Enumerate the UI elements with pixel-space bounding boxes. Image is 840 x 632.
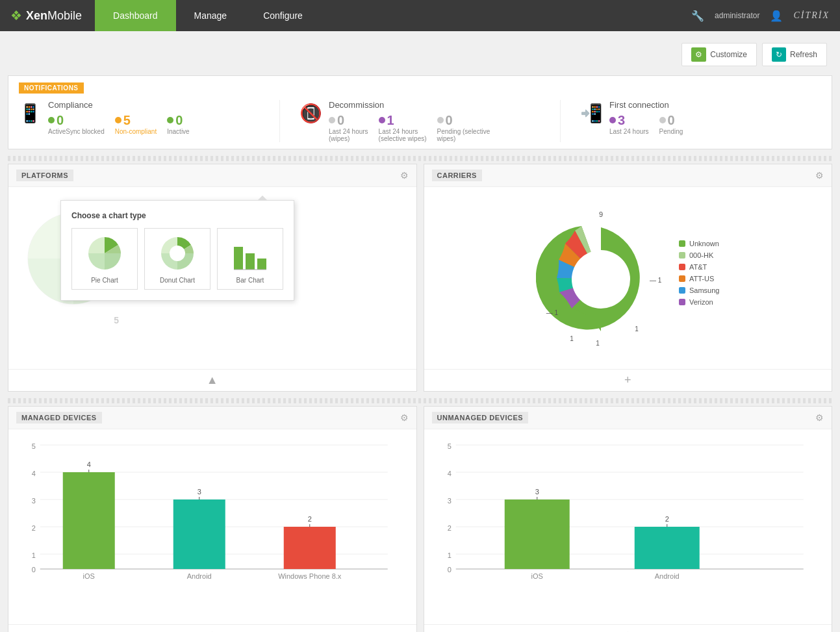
notif-compliance-content: Compliance 0 ActiveSync blocked [48,100,190,135]
compliance-item-1[interactable]: 5 Non-compliant [115,114,157,135]
dot-gray-d0 [329,117,335,123]
phone-compliance-icon: 📱 [19,103,42,124]
svg-text:2: 2 [308,515,312,523]
compliance-title: Compliance [48,100,190,110]
legend-label-unknown: Unknown [689,240,719,247]
svg-text:3: 3 [32,497,36,505]
platforms-title: PLATFORMS [16,170,73,181]
svg-text:— 1: — 1 [546,309,559,316]
dot-green-0 [48,117,55,123]
legend-label-verizon: Verizon [689,298,713,306]
chart-option-bar[interactable]: Bar Chart [217,228,283,290]
legend-dot-samsung [679,287,685,294]
managed-expand-icon[interactable]: + [209,629,216,632]
top-toolbar: ⚙ Customize ↻ Refresh [8,39,832,70]
legend-dot-verizon [679,299,685,305]
compliance-label-2: Inactive [167,128,189,135]
decommission-item-0[interactable]: 0 Last 24 hours(wipes) [329,114,368,142]
legend-item-verizon: Verizon [679,298,719,306]
legend-item-samsung: Samsung [679,286,719,294]
decommission-label-0: Last 24 hours(wipes) [329,128,368,142]
svg-text:2: 2 [447,524,451,532]
notif-first-content: First connection 3 Last 24 hours [609,100,683,135]
first-connection-item-1[interactable]: 0 Pending [659,114,683,135]
first-connection-count-0: 3 [618,114,625,127]
unmanaged-title: UNMANAGED DEVICES [432,412,529,423]
tab-dashboard[interactable]: Dashboard [95,0,176,31]
svg-point-7 [572,250,630,309]
svg-text:1: 1 [635,325,639,333]
svg-text:iOS: iOS [83,572,95,579]
platforms-panel-body: 5 Choose a chart type [8,187,416,369]
customize-icon: ⚙ [691,47,706,62]
carriers-gear-icon[interactable]: ⚙ [815,170,824,181]
notifications-label: NOTIFICATIONS [19,82,84,94]
carriers-panel-footer: + [424,369,832,391]
compliance-label-0: ActiveSync blocked [48,128,105,135]
managed-panel-footer: + [8,624,416,632]
nav-tabs: Dashboard Manage Configure [95,0,321,31]
carriers-chart-area: 9 [432,195,824,351]
svg-text:4: 4 [87,461,91,468]
refresh-button[interactable]: ↻ Refresh [762,43,827,66]
bar-chart-label: Bar Chart [236,277,264,284]
compliance-item-2[interactable]: 0 Inactive [167,114,189,135]
svg-text:— 1: — 1 [650,277,662,284]
svg-text:0: 0 [447,566,451,574]
managed-devices-panel: MANAGED DEVICES ⚙ 5 4 3 2 1 0 [8,406,417,632]
legend-item-unknown: Unknown [679,240,719,247]
decommission-items: 0 Last 24 hours(wipes) 1 Last 24 hours(s… [329,114,490,142]
unmanaged-panel-body: 5 4 3 2 1 0 3 iOS [424,429,832,624]
decommission-item-2[interactable]: 0 Pending (selectivewipes) [437,114,490,142]
svg-text:4: 4 [447,470,451,477]
svg-rect-49 [504,499,569,569]
legend-item-attus: ATT-US [679,275,719,283]
legend-label-000hk: 000-HK [689,251,713,259]
svg-rect-2 [234,247,243,270]
svg-text:3: 3 [447,497,451,505]
unmanaged-gear-icon[interactable]: ⚙ [815,412,824,423]
notif-sep-2 [560,100,561,142]
svg-text:3: 3 [535,488,539,496]
svg-text:Android: Android [654,572,679,579]
platforms-expand-icon[interactable]: ▲ [207,373,218,387]
carriers-title: CARRIERS [432,170,482,181]
decommission-count-2: 0 [446,114,453,127]
svg-text:Android: Android [187,572,212,579]
svg-text:1: 1 [570,335,574,342]
managed-gear-icon[interactable]: ⚙ [400,412,409,423]
svg-text:2: 2 [32,524,36,532]
compliance-item-0[interactable]: 0 ActiveSync blocked [48,114,105,135]
svg-text:1: 1 [447,551,451,559]
refresh-label: Refresh [790,50,817,59]
managed-title: MANAGED DEVICES [16,412,102,423]
tab-manage[interactable]: Manage [176,0,246,31]
chart-option-donut[interactable]: Donut Chart [144,228,210,290]
svg-text:0: 0 [32,566,36,574]
managed-panel-header: MANAGED DEVICES ⚙ [8,407,416,429]
first-connection-item-0[interactable]: 3 Last 24 hours [609,114,649,135]
first-connection-label-0: Last 24 hours [609,128,649,135]
platforms-gear-icon[interactable]: ⚙ [400,170,409,181]
compliance-items: 0 ActiveSync blocked 5 Non-compliant [48,114,190,135]
tab-configure[interactable]: Configure [245,0,321,31]
unmanaged-expand-icon[interactable]: + [624,629,631,632]
bottom-panels-row: MANAGED DEVICES ⚙ 5 4 3 2 1 0 [8,406,832,632]
decommission-count-1: 1 [387,114,394,127]
carriers-expand-icon[interactable]: + [624,373,631,387]
legend-dot-000hk [679,252,685,259]
svg-text:3: 3 [197,488,201,496]
pie-chart-label: Pie Chart [91,277,118,284]
customize-button[interactable]: ⚙ Customize [681,43,757,66]
dot-purple-d1 [379,117,385,123]
svg-rect-3 [246,253,255,270]
top-panels-row: PLATFORMS ⚙ 5 [8,164,832,392]
carriers-donut-chart: 9 [536,208,666,338]
user-icon: 👤 [770,10,783,22]
svg-text:1: 1 [32,551,36,559]
dot-orange-1 [115,117,121,123]
decommission-item-1[interactable]: 1 Last 24 hours(selective wipes) [379,114,427,142]
unmanaged-devices-panel: UNMANAGED DEVICES ⚙ 5 4 3 2 1 0 [424,406,833,632]
carriers-panel-header: CARRIERS ⚙ [424,164,832,187]
chart-option-pie[interactable]: Pie Chart [71,228,138,290]
